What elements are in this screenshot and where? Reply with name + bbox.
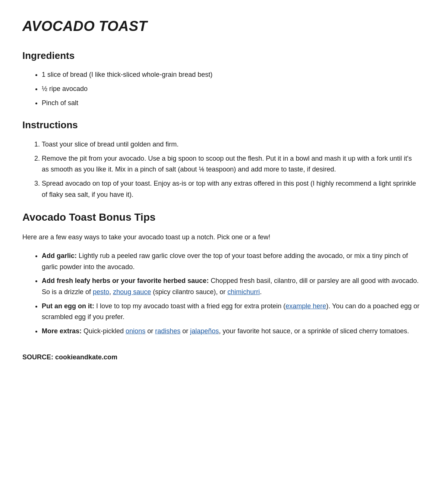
bonus-tip-extras-mid2: or (180, 327, 190, 335)
instruction-item: Toast your slice of bread until golden a… (42, 139, 420, 150)
source-line: SOURCE: cookieandkate.com (22, 352, 420, 363)
bonus-tips-list: Add garlic: Lightly rub a peeled raw gar… (22, 251, 420, 337)
bonus-tip-egg-lead: Put an egg on it: (42, 302, 94, 310)
ingredients-list: 1 slice of bread (I like thick-sliced wh… (22, 69, 420, 108)
radishes-link[interactable]: radishes (155, 327, 180, 335)
ingredient-item: 1 slice of bread (I like thick-sliced wh… (42, 69, 420, 81)
bonus-heading: Avocado Toast Bonus Tips (22, 209, 420, 226)
chimichurri-link[interactable]: chimichurri (227, 288, 260, 296)
instructions-list: Toast your slice of bread until golden a… (22, 139, 420, 200)
bonus-tip-extras-before: Quick-pickled (82, 327, 126, 335)
bonus-tip-extras-end: , your favorite hot sauce, or a sprinkle… (219, 327, 409, 335)
bonus-tip-extras-lead: More extras: (42, 327, 82, 335)
bonus-tip-herbs-mid1: , (109, 288, 113, 296)
page-title: AVOCADO TOAST (22, 15, 420, 38)
bonus-tip-herbs-end: . (260, 288, 262, 296)
ingredient-item: Pinch of salt (42, 98, 420, 109)
ingredients-section: Ingredients 1 slice of bread (I like thi… (22, 48, 420, 109)
bonus-tip-extras-mid1: or (145, 327, 155, 335)
instructions-section: Instructions Toast your slice of bread u… (22, 117, 420, 200)
bonus-tip-garlic: Add garlic: Lightly rub a peeled raw gar… (42, 251, 420, 273)
bonus-tip-herbs: Add fresh leafy herbs or your favorite h… (42, 275, 420, 297)
instruction-item: Spread avocado on top of your toast. Enj… (42, 178, 420, 200)
jalapenos-link[interactable]: jalapeños (190, 327, 219, 335)
bonus-tip-garlic-lead: Add garlic: (42, 252, 77, 259)
bonus-tip-garlic-text: Lightly rub a peeled raw garlic clove ov… (42, 252, 408, 271)
bonus-tip-herbs-mid2: (spicy cilantro sauce), or (151, 288, 227, 296)
bonus-tip-extras: More extras: Quick-pickled onions or rad… (42, 326, 420, 337)
instruction-item: Remove the pit from your avocado. Use a … (42, 153, 420, 175)
bonus-tip-egg-before: I love to top my avocado toast with a fr… (94, 302, 285, 310)
ingredients-heading: Ingredients (22, 48, 420, 64)
bonus-tip-herbs-lead: Add fresh leafy herbs or your favorite h… (42, 277, 209, 284)
bonus-tip-egg: Put an egg on it: I love to top my avoca… (42, 301, 420, 323)
ingredient-item: ½ ripe avocado (42, 84, 420, 95)
bonus-tips-section: Avocado Toast Bonus Tips Here are a few … (22, 209, 420, 337)
pesto-link[interactable]: pesto (93, 288, 109, 296)
source-text: cookieandkate.com (53, 353, 117, 361)
instructions-heading: Instructions (22, 117, 420, 133)
source-label: SOURCE: (22, 353, 53, 361)
bonus-intro: Here are a few easy ways to take your av… (22, 232, 420, 243)
onions-link[interactable]: onions (126, 327, 145, 335)
example-link[interactable]: example here (285, 302, 326, 310)
zhoug-link[interactable]: zhoug sauce (113, 288, 151, 296)
